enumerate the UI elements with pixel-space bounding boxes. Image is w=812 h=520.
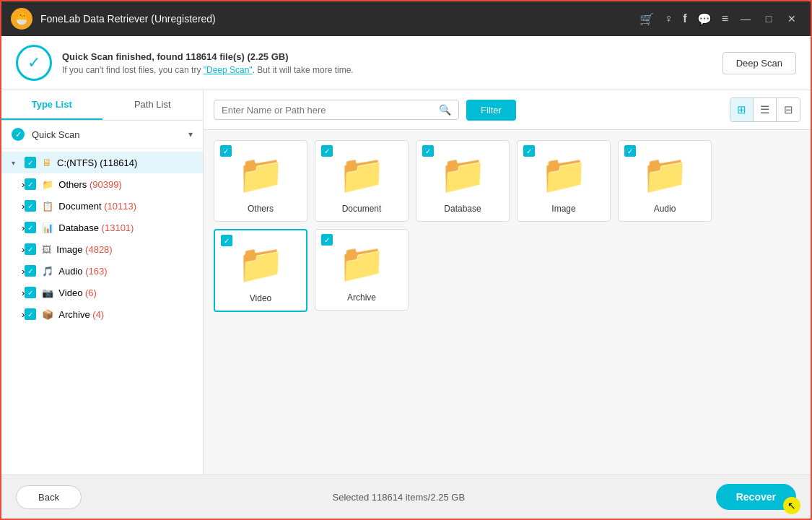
folder-icon-audio-big: 📁 [642, 152, 689, 196]
list-item[interactable]: › ✓ 📋 Document (10113) [1, 195, 203, 217]
filter-button[interactable]: Filter [466, 100, 516, 121]
right-panel: 🔍 Filter ⊞ ☰ ⊟ ✓ 📁 Others ✓ [204, 90, 811, 474]
quick-scan-expand-icon: ▾ [188, 129, 193, 139]
folder-icon-document: 📋 [42, 201, 53, 212]
app-title: FoneLab Data Retriever (Unregistered) [40, 13, 639, 25]
deep-scan-button[interactable]: Deep Scan [722, 52, 796, 74]
checkbox-audio[interactable]: ✓ [25, 265, 36, 277]
folder-icon-database-big: 📁 [440, 152, 486, 196]
folder-icon-archive: 📦 [42, 309, 53, 320]
label-database: Database (13101) [58, 222, 196, 233]
list-item[interactable]: › ✓ 📁 Others (90399) [1, 173, 203, 195]
card-label-image: Image [551, 204, 575, 214]
file-card-document[interactable]: ✓ 📁 Document [315, 140, 409, 222]
back-button[interactable]: Back [16, 485, 82, 509]
file-card-video[interactable]: ✓ 📁 Video [214, 229, 307, 312]
card-label-archive: Archive [347, 292, 376, 303]
grid-view-button[interactable]: ⊞ [730, 98, 754, 121]
card-checkbox-archive[interactable]: ✓ [321, 234, 333, 246]
scan-result-title: Quick Scan finished, found 118614 file(s… [62, 51, 354, 62]
card-checkbox-video[interactable]: ✓ [221, 235, 232, 246]
right-toolbar: 🔍 Filter ⊞ ☰ ⊟ [204, 90, 811, 130]
drive-checkbox[interactable]: ✓ [25, 157, 36, 168]
drive-item[interactable]: ▾ ✓ 🖥 C:(NTFS) (118614) [1, 152, 203, 173]
view-toggle: ⊞ ☰ ⊟ [730, 98, 800, 122]
label-archive: Archive (4) [58, 309, 196, 320]
file-card-database[interactable]: ✓ 📁 Database [416, 140, 510, 222]
folder-icon-image-big: 📁 [541, 152, 588, 196]
list-item[interactable]: › ✓ 📷 Video (6) [1, 282, 203, 303]
search-box: 🔍 [214, 100, 459, 120]
quick-scan-header[interactable]: ✓ Quick Scan ▾ [1, 121, 203, 149]
cart-icon[interactable]: 🛒 [639, 12, 654, 26]
titlebar-icon-group: 🛒 ♀ f 💬 ≡ [639, 12, 728, 26]
search-icon[interactable]: 🔍 [439, 104, 451, 116]
drive-folder-icon: 🖥 [42, 157, 52, 168]
chat-icon[interactable]: 💬 [697, 12, 712, 26]
card-checkbox-image[interactable]: ✓ [523, 145, 535, 157]
tree-list: ▾ ✓ 🖥 C:(NTFS) (118614) › ✓ 📁 Others (90… [1, 149, 203, 474]
checkbox-archive[interactable]: ✓ [25, 308, 36, 320]
main-window: 🐣 FoneLab Data Retriever (Unregistered) … [0, 0, 812, 520]
card-label-others: Others [248, 204, 274, 214]
folder-icon-image: 🖼 [42, 244, 51, 255]
left-panel: Type List Path List ✓ Quick Scan ▾ ▾ ✓ 🖥… [1, 90, 204, 474]
close-button[interactable]: ✕ [782, 9, 802, 29]
user-icon[interactable]: ♀ [664, 12, 673, 25]
folder-icon-database: 📊 [42, 222, 53, 233]
file-card-audio[interactable]: ✓ 📁 Audio [618, 140, 712, 222]
footer: Back Selected 118614 items/2.25 GB Recov… [1, 474, 811, 519]
list-item[interactable]: › ✓ 🎵 Audio (163) [1, 260, 203, 282]
app-logo: 🐣 [10, 7, 33, 30]
file-card-others[interactable]: ✓ 📁 Others [214, 140, 307, 222]
folder-icon-others-big: 📁 [237, 152, 284, 196]
card-checkbox-audio[interactable]: ✓ [624, 145, 636, 157]
label-video: Video (6) [58, 287, 196, 298]
maximize-button[interactable]: □ [759, 9, 779, 29]
list-view-button[interactable]: ☰ [754, 98, 777, 121]
folder-icon-document-big: 📁 [339, 152, 385, 196]
quick-scan-check: ✓ [12, 128, 25, 141]
card-label-document: Document [342, 204, 382, 214]
card-label-video: Video [250, 293, 271, 303]
footer-status: Selected 118614 items/2.25 GB [333, 492, 466, 503]
file-grid: ✓ 📁 Others ✓ 📁 Document ✓ 📁 Database [204, 130, 811, 474]
scan-hint: If you can't find lost files, you can tr… [62, 65, 354, 75]
tab-bar: Type List Path List [1, 90, 203, 121]
tab-type-list[interactable]: Type List [1, 90, 102, 120]
checkbox-database[interactable]: ✓ [25, 222, 36, 233]
card-label-database: Database [444, 204, 481, 214]
window-controls: — □ ✕ [735, 9, 802, 29]
menu-icon[interactable]: ≡ [722, 12, 728, 25]
folder-icon-archive-big: 📁 [339, 241, 385, 285]
checkbox-image[interactable]: ✓ [25, 243, 36, 255]
folder-icon-video-big: 📁 [237, 242, 284, 286]
scan-complete-icon: ✓ [16, 45, 52, 81]
main-content: Type List Path List ✓ Quick Scan ▾ ▾ ✓ 🖥… [1, 90, 811, 474]
titlebar: 🐣 FoneLab Data Retriever (Unregistered) … [1, 1, 811, 36]
drive-label: C:(NTFS) (118614) [57, 157, 196, 168]
file-card-image[interactable]: ✓ 📁 Image [517, 140, 611, 222]
status-left: ✓ Quick Scan finished, found 118614 file… [16, 45, 354, 81]
list-item[interactable]: › ✓ 📦 Archive (4) [1, 303, 203, 325]
card-checkbox-document[interactable]: ✓ [321, 145, 333, 157]
folder-icon-others: 📁 [42, 179, 53, 190]
card-checkbox-database[interactable]: ✓ [422, 145, 434, 157]
card-checkbox-others[interactable]: ✓ [220, 145, 232, 157]
card-label-audio: Audio [654, 204, 676, 214]
label-others: Others (90399) [58, 179, 196, 190]
checkbox-others[interactable]: ✓ [25, 178, 36, 190]
tab-path-list[interactable]: Path List [102, 90, 204, 120]
label-document: Document (10113) [58, 201, 196, 212]
deep-scan-link[interactable]: "Deep Scan" [204, 65, 253, 75]
checkbox-video[interactable]: ✓ [25, 287, 36, 298]
file-card-archive[interactable]: ✓ 📁 Archive [315, 229, 409, 311]
search-input[interactable] [222, 105, 439, 116]
facebook-icon[interactable]: f [683, 12, 686, 25]
list-item[interactable]: › ✓ 🖼 Image (4828) [1, 238, 203, 260]
checkbox-document[interactable]: ✓ [25, 200, 36, 212]
minimize-button[interactable]: — [735, 9, 756, 29]
detail-view-button[interactable]: ⊟ [777, 98, 800, 121]
cursor-indicator: ↖ [783, 497, 800, 514]
list-item[interactable]: › ✓ 📊 Database (13101) [1, 217, 203, 238]
